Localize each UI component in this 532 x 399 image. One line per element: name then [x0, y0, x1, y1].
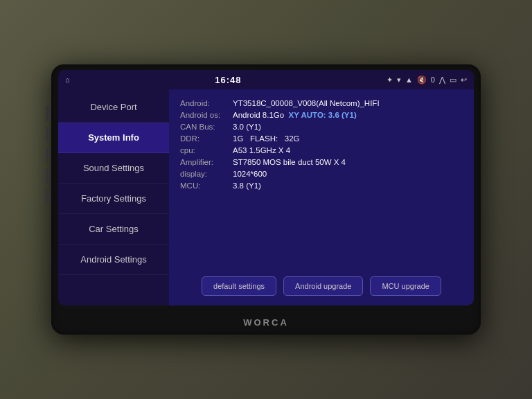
screen: ⌂ 16:48 ✦ ▾ ▲ 🔇 0 ⋀ ▭ ↩: [58, 70, 474, 305]
info-row-display: display: 1024*600: [180, 170, 463, 178]
amplifier-label: Amplifier:: [180, 158, 229, 166]
status-bar: ⌂ 16:48 ✦ ▾ ▲ 🔇 0 ⋀ ▭ ↩: [58, 70, 474, 89]
info-row-mcu: MCU: 3.8 (Y1): [180, 181, 463, 190]
mcu-value: 3.8 (Y1): [233, 181, 261, 190]
info-row-android-os: Android os: Android 8.1Go XY AUTO: 3.6 (…: [180, 111, 463, 119]
back-button[interactable]: [46, 148, 50, 163]
sidebar-item-car-settings[interactable]: Car Settings: [58, 214, 169, 245]
amplifier-value: ST7850 MOS bile duct 50W X 4: [233, 158, 346, 166]
sidebar-item-android-settings[interactable]: Android Settings: [58, 245, 169, 275]
wifi-icon: ▾: [397, 76, 401, 85]
display-label: display:: [180, 170, 229, 178]
ddr-value: 1G FLASH: 32G: [233, 134, 300, 143]
brand-label: WORCA: [243, 317, 289, 328]
info-row-cpu: cpu: A53 1.5GHz X 4: [180, 146, 463, 154]
ddr-label: DDR:: [180, 134, 229, 143]
android-value: YT3518C_00008_V008(All Netcom)_HIFI: [233, 99, 380, 107]
android-os-label: Android os:: [180, 111, 229, 119]
status-left-icons: ⌂: [65, 76, 70, 84]
car-head-unit: ⌂ 16:48 ✦ ▾ ▲ 🔇 0 ⋀ ▭ ↩: [51, 64, 481, 335]
info-row-ddr: DDR: 1G FLASH: 32G: [180, 134, 463, 143]
cpu-value: A53 1.5GHz X 4: [233, 146, 290, 154]
system-info-table: Android: YT3518C_00008_V008(All Netcom)_…: [180, 99, 463, 190]
cpu-label: cpu:: [180, 146, 229, 154]
info-row-amplifier: Amplifier: ST7850 MOS bile duct 50W X 4: [180, 158, 463, 166]
workbench-background: ⌂ 16:48 ✦ ▾ ▲ 🔇 0 ⋀ ▭ ↩: [0, 0, 532, 399]
sidebar: Device Port System Info Sound Settings F…: [58, 89, 169, 305]
back-nav-icon: ↩: [461, 76, 467, 85]
window-icon: ▭: [450, 76, 456, 85]
info-row-android: Android: YT3518C_00008_V008(All Netcom)_…: [180, 99, 463, 107]
info-row-canbus: CAN Bus: 3.0 (Y1): [180, 123, 463, 131]
bluetooth-icon: ✦: [387, 76, 393, 85]
expand-icon: ⋀: [439, 76, 445, 85]
side-buttons: [46, 106, 50, 204]
sidebar-item-sound-settings[interactable]: Sound Settings: [58, 153, 169, 184]
home-icon: ⌂: [65, 76, 70, 84]
content-area: Android: YT3518C_00008_V008(All Netcom)_…: [169, 89, 474, 305]
home-button[interactable]: [46, 127, 50, 142]
display-value: 1024*600: [233, 170, 267, 178]
signal-icon: ▲: [405, 76, 413, 84]
android-upgrade-button[interactable]: Android upgrade: [283, 276, 363, 296]
status-right-icons: ✦ ▾ ▲ 🔇 0 ⋀ ▭ ↩: [387, 76, 467, 85]
canbus-label: CAN Bus:: [180, 123, 229, 131]
android-label: Android:: [180, 99, 229, 107]
volume-icon: 🔇: [417, 76, 427, 85]
volume-down-button[interactable]: [46, 189, 50, 204]
volume-up-button[interactable]: [46, 168, 50, 184]
canbus-value: 3.0 (Y1): [233, 123, 261, 131]
volume-value: 0: [431, 76, 435, 84]
power-button[interactable]: [46, 106, 50, 121]
android-os-value: Android 8.1Go XY AUTO: 3.6 (Y1): [233, 111, 357, 119]
mcu-label: MCU:: [180, 181, 229, 190]
sidebar-item-factory-settings[interactable]: Factory Settings: [58, 184, 169, 214]
sidebar-item-device-port[interactable]: Device Port: [58, 92, 169, 123]
status-time: 16:48: [215, 75, 241, 85]
main-content: Device Port System Info Sound Settings F…: [58, 89, 474, 305]
action-buttons: default settings Android upgrade MCU upg…: [180, 271, 463, 296]
default-settings-button[interactable]: default settings: [202, 276, 276, 296]
sidebar-item-system-info[interactable]: System Info: [58, 123, 169, 153]
mcu-upgrade-button[interactable]: MCU upgrade: [370, 276, 441, 296]
